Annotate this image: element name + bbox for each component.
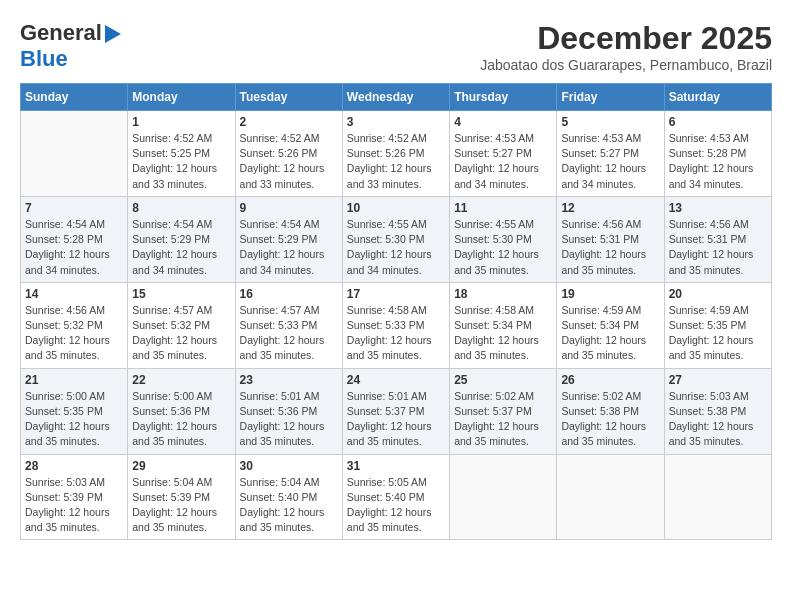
calendar-cell <box>664 454 771 540</box>
day-info: Sunrise: 5:03 AM Sunset: 5:38 PM Dayligh… <box>669 389 767 450</box>
day-number: 7 <box>25 201 123 215</box>
day-number: 26 <box>561 373 659 387</box>
day-number: 2 <box>240 115 338 129</box>
weekday-header-thursday: Thursday <box>450 84 557 111</box>
day-number: 14 <box>25 287 123 301</box>
weekday-header-sunday: Sunday <box>21 84 128 111</box>
calendar-cell: 21Sunrise: 5:00 AM Sunset: 5:35 PM Dayli… <box>21 368 128 454</box>
calendar-cell: 5Sunrise: 4:53 AM Sunset: 5:27 PM Daylig… <box>557 111 664 197</box>
weekday-header-monday: Monday <box>128 84 235 111</box>
calendar-cell: 11Sunrise: 4:55 AM Sunset: 5:30 PM Dayli… <box>450 196 557 282</box>
day-info: Sunrise: 5:02 AM Sunset: 5:37 PM Dayligh… <box>454 389 552 450</box>
calendar-cell: 8Sunrise: 4:54 AM Sunset: 5:29 PM Daylig… <box>128 196 235 282</box>
weekday-header-wednesday: Wednesday <box>342 84 449 111</box>
day-number: 4 <box>454 115 552 129</box>
weekday-header-tuesday: Tuesday <box>235 84 342 111</box>
day-info: Sunrise: 4:54 AM Sunset: 5:28 PM Dayligh… <box>25 217 123 278</box>
calendar-cell: 28Sunrise: 5:03 AM Sunset: 5:39 PM Dayli… <box>21 454 128 540</box>
day-number: 17 <box>347 287 445 301</box>
day-number: 16 <box>240 287 338 301</box>
day-info: Sunrise: 5:04 AM Sunset: 5:39 PM Dayligh… <box>132 475 230 536</box>
calendar-cell: 29Sunrise: 5:04 AM Sunset: 5:39 PM Dayli… <box>128 454 235 540</box>
logo: General Blue <box>20 20 121 72</box>
day-number: 21 <box>25 373 123 387</box>
calendar-cell: 7Sunrise: 4:54 AM Sunset: 5:28 PM Daylig… <box>21 196 128 282</box>
calendar-cell: 2Sunrise: 4:52 AM Sunset: 5:26 PM Daylig… <box>235 111 342 197</box>
calendar-cell: 24Sunrise: 5:01 AM Sunset: 5:37 PM Dayli… <box>342 368 449 454</box>
day-info: Sunrise: 4:58 AM Sunset: 5:34 PM Dayligh… <box>454 303 552 364</box>
day-info: Sunrise: 5:01 AM Sunset: 5:37 PM Dayligh… <box>347 389 445 450</box>
month-title: December 2025 <box>480 20 772 57</box>
calendar-cell: 19Sunrise: 4:59 AM Sunset: 5:34 PM Dayli… <box>557 282 664 368</box>
calendar-week-row: 1Sunrise: 4:52 AM Sunset: 5:25 PM Daylig… <box>21 111 772 197</box>
calendar-cell: 4Sunrise: 4:53 AM Sunset: 5:27 PM Daylig… <box>450 111 557 197</box>
day-info: Sunrise: 4:55 AM Sunset: 5:30 PM Dayligh… <box>454 217 552 278</box>
day-info: Sunrise: 4:57 AM Sunset: 5:32 PM Dayligh… <box>132 303 230 364</box>
calendar-table: SundayMondayTuesdayWednesdayThursdayFrid… <box>20 83 772 540</box>
calendar-cell: 18Sunrise: 4:58 AM Sunset: 5:34 PM Dayli… <box>450 282 557 368</box>
calendar-cell: 10Sunrise: 4:55 AM Sunset: 5:30 PM Dayli… <box>342 196 449 282</box>
calendar-cell: 16Sunrise: 4:57 AM Sunset: 5:33 PM Dayli… <box>235 282 342 368</box>
day-number: 9 <box>240 201 338 215</box>
day-number: 5 <box>561 115 659 129</box>
day-info: Sunrise: 4:59 AM Sunset: 5:34 PM Dayligh… <box>561 303 659 364</box>
day-number: 30 <box>240 459 338 473</box>
day-number: 22 <box>132 373 230 387</box>
calendar-cell: 25Sunrise: 5:02 AM Sunset: 5:37 PM Dayli… <box>450 368 557 454</box>
day-info: Sunrise: 4:55 AM Sunset: 5:30 PM Dayligh… <box>347 217 445 278</box>
day-number: 19 <box>561 287 659 301</box>
calendar-cell: 20Sunrise: 4:59 AM Sunset: 5:35 PM Dayli… <box>664 282 771 368</box>
logo-blue: Blue <box>20 46 68 71</box>
day-number: 28 <box>25 459 123 473</box>
day-info: Sunrise: 4:56 AM Sunset: 5:32 PM Dayligh… <box>25 303 123 364</box>
calendar-cell: 15Sunrise: 4:57 AM Sunset: 5:32 PM Dayli… <box>128 282 235 368</box>
day-number: 25 <box>454 373 552 387</box>
calendar-cell: 27Sunrise: 5:03 AM Sunset: 5:38 PM Dayli… <box>664 368 771 454</box>
day-info: Sunrise: 4:52 AM Sunset: 5:25 PM Dayligh… <box>132 131 230 192</box>
day-number: 8 <box>132 201 230 215</box>
day-info: Sunrise: 4:56 AM Sunset: 5:31 PM Dayligh… <box>561 217 659 278</box>
location-subtitle: Jaboatao dos Guararapes, Pernambuco, Bra… <box>480 57 772 73</box>
calendar-cell: 3Sunrise: 4:52 AM Sunset: 5:26 PM Daylig… <box>342 111 449 197</box>
calendar-cell: 9Sunrise: 4:54 AM Sunset: 5:29 PM Daylig… <box>235 196 342 282</box>
day-info: Sunrise: 4:56 AM Sunset: 5:31 PM Dayligh… <box>669 217 767 278</box>
weekday-header-friday: Friday <box>557 84 664 111</box>
calendar-week-row: 21Sunrise: 5:00 AM Sunset: 5:35 PM Dayli… <box>21 368 772 454</box>
day-number: 23 <box>240 373 338 387</box>
calendar-week-row: 14Sunrise: 4:56 AM Sunset: 5:32 PM Dayli… <box>21 282 772 368</box>
day-number: 18 <box>454 287 552 301</box>
day-info: Sunrise: 4:53 AM Sunset: 5:28 PM Dayligh… <box>669 131 767 192</box>
day-number: 11 <box>454 201 552 215</box>
day-info: Sunrise: 4:57 AM Sunset: 5:33 PM Dayligh… <box>240 303 338 364</box>
day-info: Sunrise: 4:59 AM Sunset: 5:35 PM Dayligh… <box>669 303 767 364</box>
weekday-header-saturday: Saturday <box>664 84 771 111</box>
day-number: 6 <box>669 115 767 129</box>
calendar-cell: 31Sunrise: 5:05 AM Sunset: 5:40 PM Dayli… <box>342 454 449 540</box>
day-info: Sunrise: 5:05 AM Sunset: 5:40 PM Dayligh… <box>347 475 445 536</box>
day-number: 13 <box>669 201 767 215</box>
calendar-week-row: 28Sunrise: 5:03 AM Sunset: 5:39 PM Dayli… <box>21 454 772 540</box>
day-info: Sunrise: 4:58 AM Sunset: 5:33 PM Dayligh… <box>347 303 445 364</box>
calendar-cell: 23Sunrise: 5:01 AM Sunset: 5:36 PM Dayli… <box>235 368 342 454</box>
day-info: Sunrise: 4:53 AM Sunset: 5:27 PM Dayligh… <box>454 131 552 192</box>
logo-arrow-icon <box>105 25 121 43</box>
day-number: 20 <box>669 287 767 301</box>
title-block: December 2025 Jaboatao dos Guararapes, P… <box>480 20 772 73</box>
calendar-week-row: 7Sunrise: 4:54 AM Sunset: 5:28 PM Daylig… <box>21 196 772 282</box>
day-number: 24 <box>347 373 445 387</box>
calendar-cell <box>21 111 128 197</box>
day-info: Sunrise: 4:52 AM Sunset: 5:26 PM Dayligh… <box>240 131 338 192</box>
day-number: 12 <box>561 201 659 215</box>
calendar-cell: 17Sunrise: 4:58 AM Sunset: 5:33 PM Dayli… <box>342 282 449 368</box>
weekday-header-row: SundayMondayTuesdayWednesdayThursdayFrid… <box>21 84 772 111</box>
day-number: 31 <box>347 459 445 473</box>
day-number: 27 <box>669 373 767 387</box>
calendar-cell: 26Sunrise: 5:02 AM Sunset: 5:38 PM Dayli… <box>557 368 664 454</box>
day-info: Sunrise: 4:53 AM Sunset: 5:27 PM Dayligh… <box>561 131 659 192</box>
day-info: Sunrise: 4:52 AM Sunset: 5:26 PM Dayligh… <box>347 131 445 192</box>
calendar-cell: 30Sunrise: 5:04 AM Sunset: 5:40 PM Dayli… <box>235 454 342 540</box>
calendar-cell: 13Sunrise: 4:56 AM Sunset: 5:31 PM Dayli… <box>664 196 771 282</box>
day-info: Sunrise: 4:54 AM Sunset: 5:29 PM Dayligh… <box>132 217 230 278</box>
day-number: 15 <box>132 287 230 301</box>
day-info: Sunrise: 5:04 AM Sunset: 5:40 PM Dayligh… <box>240 475 338 536</box>
